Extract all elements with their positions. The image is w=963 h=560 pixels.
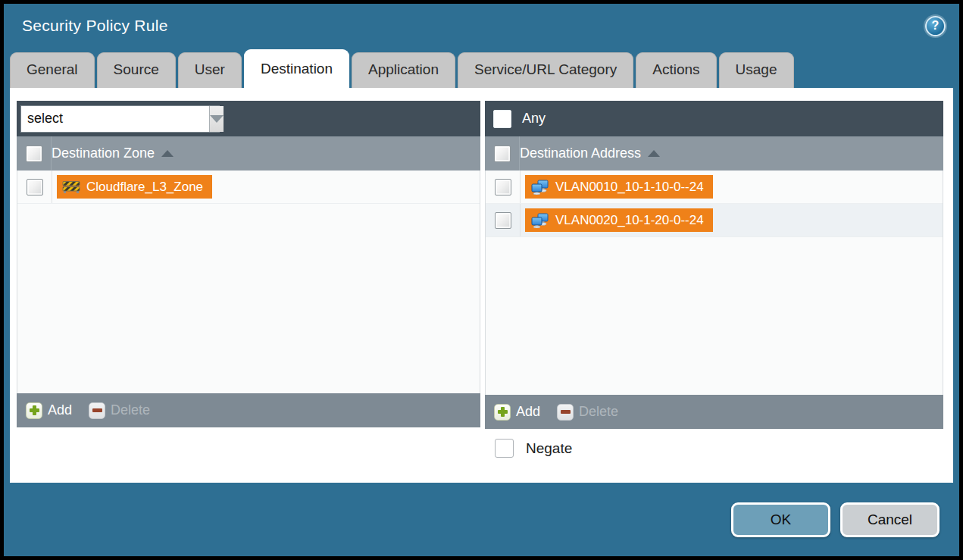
- delete-address-button[interactable]: Delete: [557, 404, 618, 421]
- negate-label: Negate: [526, 440, 572, 457]
- zone-select-combo: [20, 105, 220, 133]
- delete-address-label: Delete: [579, 404, 618, 420]
- tab-user[interactable]: User: [178, 52, 242, 88]
- zone-select-dropdown-button[interactable]: [209, 106, 224, 132]
- zone-select-all-cell: [17, 136, 52, 171]
- row-checkbox[interactable]: [495, 212, 511, 229]
- add-icon: [494, 404, 511, 421]
- delete-zone-button[interactable]: Delete: [89, 402, 150, 419]
- table-row: VLAN0020_10-1-20-0--24: [486, 204, 943, 237]
- delete-icon: [557, 404, 574, 421]
- tab-application[interactable]: Application: [352, 52, 455, 88]
- row-checkbox-cell: [486, 171, 521, 203]
- address-select-all-cell: [485, 136, 520, 171]
- zone-item-label: Cloudflare_L3_Zone: [86, 180, 203, 195]
- address-item-label: VLAN0020_10-1-20-0--24: [555, 213, 704, 228]
- add-icon: [26, 402, 42, 419]
- tab-bar: General Source User Destination Applicat…: [4, 48, 959, 88]
- tab-usage[interactable]: Usage: [719, 52, 794, 88]
- zone-column-label: Destination Zone: [52, 145, 155, 161]
- dialog-footer: OK Cancel: [4, 483, 959, 556]
- table-row: VLAN0010_10-1-10-0--24: [486, 171, 943, 204]
- tab-source[interactable]: Source: [97, 52, 176, 88]
- address-any-bar: Any: [485, 101, 943, 136]
- cancel-button[interactable]: Cancel: [840, 502, 940, 537]
- row-checkbox[interactable]: [495, 179, 511, 196]
- dialog-titlebar: Security Policy Rule ?: [4, 4, 959, 48]
- address-table-header: Destination Address: [485, 136, 943, 171]
- tab-content-destination: Destination Zone: [10, 88, 953, 483]
- row-checkbox-cell: [17, 171, 52, 203]
- address-icon: [530, 213, 549, 228]
- help-icon[interactable]: ?: [925, 16, 946, 36]
- any-checkbox[interactable]: [493, 110, 511, 128]
- any-label: Any: [522, 111, 546, 127]
- destination-address-panel: Any Destination Address: [485, 101, 943, 429]
- row-checkbox[interactable]: [27, 179, 43, 196]
- zone-column-header[interactable]: Destination Zone: [52, 145, 174, 161]
- dialog-title: Security Policy Rule: [22, 17, 925, 35]
- zone-table-header: Destination Zone: [17, 136, 480, 171]
- zone-item-cloudflare-l3-zone[interactable]: Cloudflare_L3_Zone: [57, 175, 212, 199]
- address-item-vlan0020[interactable]: VLAN0020_10-1-20-0--24: [525, 208, 713, 232]
- destination-zone-panel: Destination Zone: [17, 101, 480, 427]
- address-rows: VLAN0010_10-1-10-0--24: [485, 171, 943, 395]
- address-column-label: Destination Address: [520, 145, 641, 161]
- add-address-button[interactable]: Add: [494, 404, 540, 421]
- chevron-down-icon: [210, 115, 224, 123]
- sort-ascending-icon: [161, 150, 174, 157]
- address-item-vlan0010[interactable]: VLAN0010_10-1-10-0--24: [525, 175, 713, 199]
- delete-zone-label: Delete: [111, 402, 150, 418]
- negate-checkbox[interactable]: [495, 439, 514, 458]
- tab-service-url-category[interactable]: Service/URL Category: [458, 52, 633, 88]
- sort-ascending-icon: [648, 150, 660, 157]
- zone-select-input[interactable]: [21, 106, 209, 132]
- tab-actions[interactable]: Actions: [636, 52, 716, 88]
- tab-general[interactable]: General: [10, 52, 95, 88]
- tab-destination[interactable]: Destination: [244, 49, 349, 88]
- add-address-label: Add: [516, 404, 540, 420]
- table-row: Cloudflare_L3_Zone: [17, 171, 480, 204]
- zone-panel-toolbar: Add Delete: [17, 393, 480, 427]
- negate-option: Negate: [495, 439, 943, 458]
- address-select-all-checkbox[interactable]: [494, 145, 511, 162]
- zone-select-bar: [17, 101, 480, 136]
- ok-button[interactable]: OK: [731, 502, 830, 537]
- add-zone-button[interactable]: Add: [26, 402, 72, 419]
- address-icon: [530, 180, 549, 195]
- add-zone-label: Add: [48, 402, 72, 418]
- row-checkbox-cell: [486, 204, 521, 236]
- address-column-header[interactable]: Destination Address: [520, 145, 660, 161]
- zone-icon: [62, 180, 80, 194]
- address-item-label: VLAN0010_10-1-10-0--24: [555, 180, 704, 195]
- zone-rows: Cloudflare_L3_Zone: [17, 171, 480, 393]
- security-policy-rule-dialog: Security Policy Rule ? General Source Us…: [4, 4, 959, 556]
- zone-select-all-checkbox[interactable]: [26, 145, 42, 162]
- delete-icon: [89, 402, 105, 419]
- address-panel-toolbar: Add Delete: [485, 395, 943, 429]
